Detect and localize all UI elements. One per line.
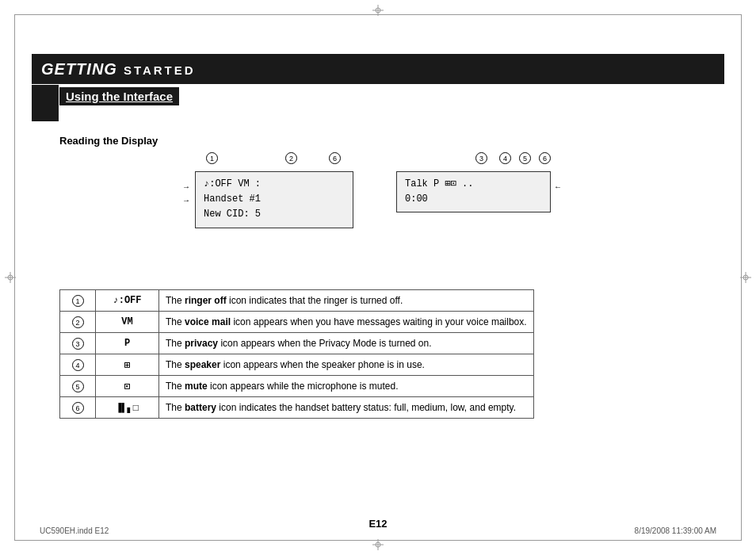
arrow-1: → bbox=[182, 182, 190, 191]
header-getting: GETTING bbox=[41, 60, 117, 78]
header-title: GETTINGSTARTED bbox=[41, 60, 196, 78]
crosshair-right-icon bbox=[740, 272, 751, 283]
black-side-rect bbox=[32, 85, 59, 121]
circle-6-label-left: 6 bbox=[329, 152, 341, 164]
table-row: 6▐▌▖□The battery icon indicates the hand… bbox=[60, 397, 534, 419]
table-row: 1♪:OFFThe ringer off icon indicates that… bbox=[60, 290, 534, 312]
arrow-3: ← bbox=[554, 182, 562, 191]
crosshair-top-icon bbox=[372, 5, 384, 16]
table-icon-5: ⊡ bbox=[96, 376, 159, 397]
table-row: 2VMThe voice mail icon appears when you … bbox=[60, 312, 534, 333]
left-lcd-line3: New CID: 5 bbox=[204, 207, 345, 222]
table-icon-6: ▐▌▖□ bbox=[96, 397, 159, 419]
left-arrows: → → bbox=[182, 182, 190, 205]
table-icon-2: VM bbox=[96, 312, 159, 333]
table-num-6: 6 bbox=[60, 397, 96, 419]
arrow-2: → bbox=[182, 196, 190, 205]
circle-2-label: 2 bbox=[285, 152, 297, 164]
header-bar: GETTINGSTARTED bbox=[32, 54, 724, 84]
table-row: 4⊞The speaker icon appears when the spea… bbox=[60, 354, 534, 376]
circle-4-label: 4 bbox=[499, 152, 511, 164]
circle-6-label-right: 6 bbox=[539, 152, 551, 164]
left-lcd-display: ♪:OFF VM : Handset #1 New CID: 5 bbox=[195, 171, 353, 228]
circle-1-label: 1 bbox=[206, 152, 218, 164]
table-icon-1: ♪:OFF bbox=[96, 290, 159, 312]
table-num-4: 4 bbox=[60, 354, 96, 376]
footer-left: UC590EH.indd E12 bbox=[40, 526, 109, 535]
table-icon-3: P bbox=[96, 333, 159, 354]
table-icon-4: ⊞ bbox=[96, 354, 159, 376]
diagram-area: 1 2 6 → → ♪:OFF VM : Handset #1 New CID:… bbox=[79, 152, 674, 228]
table-num-2: 2 bbox=[60, 312, 96, 333]
crosshair-left-icon bbox=[5, 272, 16, 283]
table-desc-1: The ringer off icon indicates that the r… bbox=[159, 290, 534, 312]
table-row: 5⊡The mute icon appears while the microp… bbox=[60, 376, 534, 397]
section-title: Using the Interface bbox=[59, 87, 179, 105]
icon-table: 1♪:OFFThe ringer off icon indicates that… bbox=[59, 289, 534, 419]
table-num-3: 3 bbox=[60, 333, 96, 354]
table-num-5: 5 bbox=[60, 376, 96, 397]
crosshair-bottom-icon bbox=[372, 539, 384, 550]
circle-5-label: 5 bbox=[519, 152, 531, 164]
table-row: 3PThe privacy icon appears when the Priv… bbox=[60, 333, 534, 354]
table-desc-4: The speaker icon appears when the speake… bbox=[159, 354, 534, 376]
table-num-1: 1 bbox=[60, 290, 96, 312]
table-desc-5: The mute icon appears while the micropho… bbox=[159, 376, 534, 397]
table-desc-2: The voice mail icon appears when you hav… bbox=[159, 312, 534, 333]
right-lcd-line1: Talk P ⊞⊡ .. bbox=[405, 177, 542, 192]
left-lcd-line1: ♪:OFF VM : bbox=[204, 177, 345, 192]
table-desc-6: The battery icon indicates the handset b… bbox=[159, 397, 534, 419]
left-display-diagram: 1 2 6 → → ♪:OFF VM : Handset #1 New CID:… bbox=[182, 152, 357, 228]
reading-display-subtitle: Reading the Display bbox=[59, 135, 158, 147]
footer-right: 8/19/2008 11:39:00 AM bbox=[635, 526, 716, 535]
page-number: E12 bbox=[368, 518, 387, 530]
right-lcd-line2: 0:00 bbox=[405, 192, 542, 207]
table-desc-3: The privacy icon appears when the Privac… bbox=[159, 333, 534, 354]
right-display-diagram: 3 4 5 6 Talk P ⊞⊡ .. 0:00 ← bbox=[396, 152, 571, 228]
circle-3-label: 3 bbox=[475, 152, 487, 164]
header-started: STARTED bbox=[124, 63, 196, 77]
left-lcd-line2: Handset #1 bbox=[204, 192, 345, 207]
right-lcd-display: Talk P ⊞⊡ .. 0:00 bbox=[396, 171, 551, 212]
right-arrows: ← bbox=[554, 182, 562, 191]
